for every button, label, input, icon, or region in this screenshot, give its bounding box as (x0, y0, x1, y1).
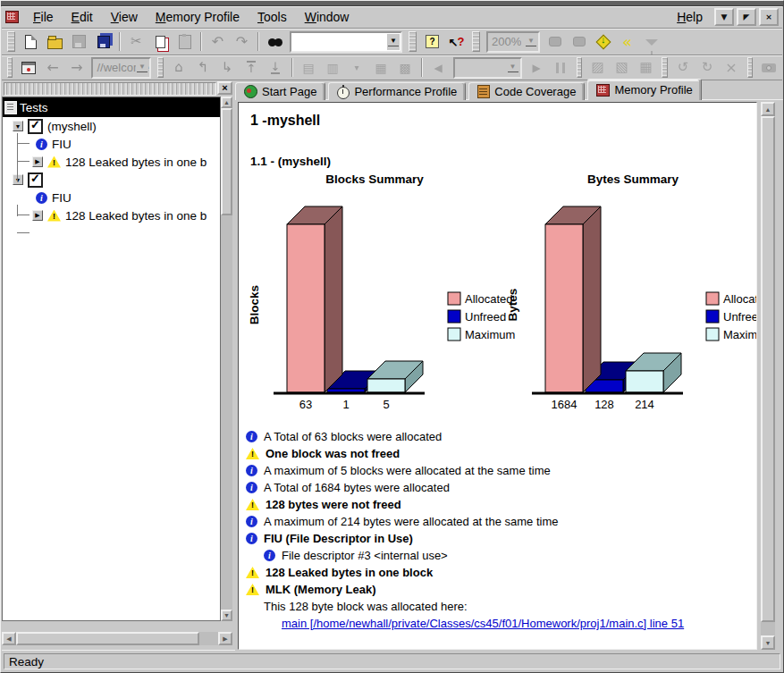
rewind-all-button[interactable]: « (616, 31, 638, 52)
tree-expander-closed[interactable]: ▶ (32, 210, 43, 221)
panel-drag-handle[interactable] (4, 82, 216, 96)
toolbar-grip[interactable] (747, 57, 753, 78)
menu-window[interactable]: Window (296, 8, 358, 26)
back-button[interactable]: ← (41, 57, 63, 78)
find-combo[interactable]: ▼ (290, 31, 402, 53)
scroll-down-button[interactable]: ▼ (761, 635, 775, 650)
tree-item-myshell[interactable]: ▼(myshell) (3, 117, 220, 135)
redo-button[interactable]: ↷ (231, 31, 253, 52)
restore-button[interactable]: ◤ (737, 8, 756, 26)
report-caret[interactable]: ▾ (346, 57, 368, 78)
panel-close-button[interactable]: × (217, 81, 232, 95)
collapse-detail-button[interactable] (544, 31, 566, 52)
tree-checkbox-checked[interactable] (28, 119, 43, 134)
toolbar-grip[interactable] (472, 31, 480, 52)
menubar: FileEditViewMemory ProfileToolsWindow He… (2, 6, 782, 29)
turn-right-button[interactable]: ↳ (216, 57, 239, 78)
menu-view[interactable]: View (102, 8, 147, 26)
combo-dropdown-icon[interactable]: ▼ (136, 60, 148, 76)
prev-marker-button[interactable]: ◀ (427, 57, 450, 78)
tree-item[interactable]: ▼ (3, 171, 220, 189)
tree-horizontal-scrollbar[interactable]: ◀ ▶ (2, 632, 232, 645)
run-button[interactable]: ▶ (526, 57, 548, 78)
whats-this-button[interactable] (445, 31, 468, 52)
to-bottom-button[interactable]: ↓ (265, 57, 287, 78)
column-down-button[interactable]: ▦ (370, 57, 392, 78)
close-button[interactable]: × (759, 8, 779, 26)
toolbar-grip[interactable] (662, 57, 667, 78)
source-link[interactable]: main [/home/newhall/private/Classes/cs45… (282, 617, 684, 630)
instrument-button[interactable]: ▨ (586, 57, 609, 78)
menu-tools[interactable]: Tools (249, 8, 296, 26)
find-button[interactable] (264, 31, 286, 52)
to-top-button[interactable]: ↑ (240, 57, 263, 78)
tab-code-coverage[interactable]: Code Coverage (468, 82, 585, 100)
copy-button[interactable] (149, 31, 172, 52)
turn-left-button[interactable]: ↰ (192, 57, 215, 78)
welcome-page-button[interactable] (17, 57, 39, 78)
snapshot-data-button[interactable]: ▧ (611, 57, 633, 78)
cut-button[interactable]: ✂ (125, 31, 148, 52)
report-vertical-scrollbar[interactable]: ▲ ▼ (761, 102, 775, 650)
menu-memory-profile[interactable]: Memory Profile (147, 8, 249, 26)
tab-performance-profile[interactable]: Performance Profile (328, 82, 466, 100)
tree-item-128[interactable]: ▶!128 Leaked bytes in one b (3, 153, 220, 171)
tree-item-128[interactable]: ▶!128 Leaked bytes in one b (3, 206, 220, 224)
new-button[interactable] (20, 31, 42, 52)
tree-root-tests[interactable]: Tests (3, 97, 220, 117)
paste-button[interactable] (173, 31, 196, 52)
shade-button[interactable]: ▼ (714, 8, 734, 26)
pause-button[interactable] (550, 57, 572, 78)
scroll-up-button[interactable]: ▲ (761, 102, 775, 116)
open-button[interactable] (44, 31, 66, 52)
forward-button[interactable]: → (65, 57, 88, 78)
zoom-combo[interactable]: 200%▼ (486, 31, 540, 53)
undo-button[interactable]: ↶ (207, 31, 229, 52)
tree-hscrollbar-thumb[interactable] (16, 632, 199, 645)
tree-item-fiu[interactable]: iFIU (3, 135, 220, 153)
step-back-button[interactable]: ↺ (672, 57, 695, 78)
tab-memory-profile[interactable]: Memory Profile (587, 79, 701, 100)
combo-dropdown-icon[interactable]: ▼ (507, 60, 519, 76)
address-combo[interactable]: //welcome▼ (91, 57, 151, 79)
toolbar-grip[interactable] (577, 57, 582, 78)
combo-dropdown-icon[interactable]: ▼ (387, 34, 400, 50)
scroll-down-button[interactable]: ▼ (221, 610, 232, 621)
toolbar-grip[interactable] (157, 57, 163, 78)
toolbar-grip[interactable] (7, 31, 15, 52)
home-button[interactable]: ⌂ (168, 57, 190, 78)
tree-expander-open[interactable]: ▼ (13, 174, 23, 185)
report-scrollbar-thumb[interactable] (761, 116, 775, 622)
report-menu-button[interactable]: ▥ (322, 57, 344, 78)
filter-button[interactable] (640, 31, 662, 52)
save-button[interactable] (68, 31, 90, 52)
tab-start-page[interactable]: Start Page (235, 82, 325, 100)
tree-vertical-scrollbar[interactable]: ▲ ▼ (221, 97, 232, 621)
expand-detail-button[interactable] (568, 31, 590, 52)
report-button[interactable]: ▤ (298, 57, 320, 78)
help-button[interactable]: ? (421, 31, 443, 52)
scroll-left-button[interactable]: ◀ (2, 632, 16, 645)
menu-help[interactable]: Help (668, 8, 712, 26)
toolbar-grip[interactable] (7, 57, 13, 78)
scroll-up-button[interactable]: ▲ (221, 97, 232, 108)
clear-marks-button[interactable]: × (721, 57, 743, 78)
step-forward-button[interactable]: ↻ (696, 57, 719, 78)
menu-file[interactable]: File (24, 8, 63, 26)
tree-scrollbar-thumb[interactable] (221, 108, 232, 215)
run-combo[interactable]: ▼ (453, 57, 522, 79)
snapshot-button[interactable] (757, 57, 780, 78)
tree-expander-open[interactable]: ▼ (13, 121, 23, 131)
scroll-right-button[interactable]: ▶ (218, 632, 232, 645)
save-all-button[interactable] (92, 31, 114, 52)
column-right-button[interactable]: ▩ (394, 57, 417, 78)
tree-expander-closed[interactable]: ▶ (32, 156, 43, 167)
toolbar-grip[interactable] (409, 31, 417, 52)
clear-data-button[interactable]: ▦ (635, 57, 657, 78)
toolbar-separator (257, 32, 259, 51)
sync-button[interactable] (592, 31, 614, 52)
menu-edit[interactable]: Edit (63, 8, 102, 26)
tree-checkbox-checked[interactable] (28, 172, 43, 188)
combo-dropdown-icon[interactable]: ▼ (525, 34, 537, 50)
tree-item-fiu[interactable]: iFIU (3, 189, 220, 206)
